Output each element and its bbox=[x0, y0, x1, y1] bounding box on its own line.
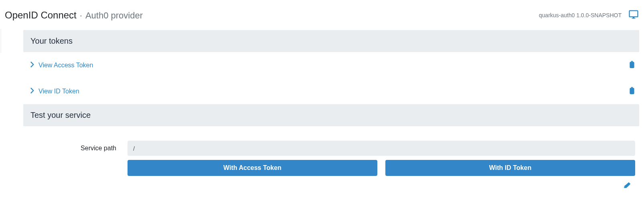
token-rows: View Access Token View ID Token bbox=[23, 52, 639, 104]
with-access-token-button[interactable]: With Access Token bbox=[128, 160, 377, 176]
header-right: quarkus-auth0 1.0.0-SNAPSHOT bbox=[539, 9, 639, 21]
test-form: Service path With Access Token With ID T… bbox=[23, 126, 639, 190]
page-title: OpenID Connect bbox=[5, 10, 77, 21]
service-path-label: Service path bbox=[23, 145, 116, 152]
eraser-icon[interactable] bbox=[623, 182, 631, 190]
footer-actions bbox=[23, 176, 635, 190]
test-section-header: Test your service bbox=[23, 104, 639, 126]
service-path-row: Service path bbox=[23, 141, 635, 156]
app-meta: quarkus-auth0 1.0.0-SNAPSHOT bbox=[539, 12, 622, 18]
view-id-token-link[interactable]: View ID Token bbox=[30, 88, 79, 95]
header-left: OpenID Connect · Auth0 provider bbox=[5, 10, 143, 21]
header-bar: OpenID Connect · Auth0 provider quarkus-… bbox=[0, 0, 644, 30]
page-subtitle: Auth0 provider bbox=[85, 10, 143, 21]
token-row-id: View ID Token bbox=[23, 78, 639, 104]
title-separator: · bbox=[80, 10, 82, 21]
chevron-right-icon bbox=[30, 88, 34, 95]
chevron-right-icon bbox=[30, 62, 34, 69]
token-row-access: View Access Token bbox=[23, 52, 639, 78]
service-path-input[interactable] bbox=[128, 141, 635, 156]
clipboard-icon[interactable] bbox=[629, 87, 635, 95]
clipboard-icon[interactable] bbox=[629, 61, 635, 69]
view-access-token-link[interactable]: View Access Token bbox=[30, 62, 93, 69]
left-edge-shadow bbox=[0, 29, 2, 53]
svg-rect-0 bbox=[624, 187, 626, 188]
monitor-icon[interactable] bbox=[628, 9, 639, 21]
view-access-token-label: View Access Token bbox=[38, 62, 93, 69]
with-id-token-button[interactable]: With ID Token bbox=[385, 160, 635, 176]
view-id-token-label: View ID Token bbox=[38, 88, 79, 95]
tokens-section-header: Your tokens bbox=[23, 30, 639, 52]
test-button-row: With Access Token With ID Token bbox=[23, 160, 635, 176]
